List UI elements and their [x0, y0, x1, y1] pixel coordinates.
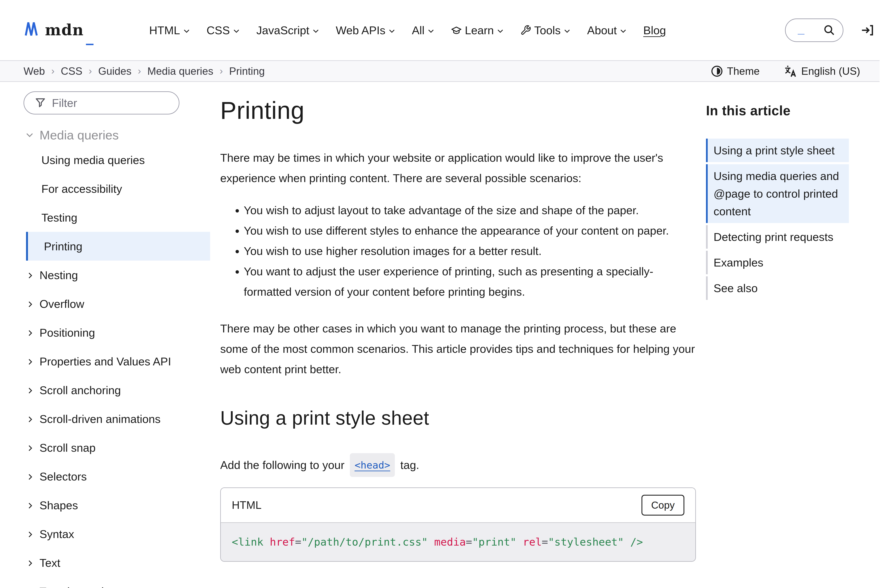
nav-item-label: CSS [206, 24, 230, 37]
breadcrumb-separator: › [89, 65, 92, 76]
sidebar-item-text[interactable]: Text [24, 548, 210, 577]
sidebar-item-shapes[interactable]: Shapes [24, 491, 210, 519]
nav-item-tools[interactable]: Tools [520, 24, 571, 37]
sidebar-item-scroll-driven-animations[interactable]: Scroll-driven animations [24, 405, 210, 433]
nav-item-about[interactable]: About [587, 24, 627, 37]
toc-item-examples[interactable]: Examples [706, 251, 849, 274]
nav-item-label: Web APIs [336, 24, 385, 37]
sidebar-item-nesting[interactable]: Nesting [24, 261, 210, 290]
search-box[interactable]: _ [785, 18, 843, 42]
mdn-logo[interactable]: mdn _ [24, 21, 93, 39]
sidebar-top-list: Nesting Overflow Positioning Properties … [24, 261, 210, 588]
head-tag-link[interactable]: <head> [350, 453, 395, 477]
language-label: English (US) [801, 65, 860, 77]
nav-item-label: Blog [643, 24, 666, 37]
sidebar-item-label: For accessibility [41, 182, 122, 195]
sidebar-item-syntax[interactable]: Syntax [24, 519, 210, 548]
breadcrumb-item-media-queries[interactable]: Media queries [147, 65, 213, 77]
list-item: You wish to use higher resolution images… [244, 241, 696, 261]
sidebar-item-label: Text decoration [39, 585, 116, 588]
list-item: You want to adjust the user experience o… [244, 261, 696, 302]
sidebar-item-using-media-queries[interactable]: Using media queries [24, 146, 210, 174]
toc: In this article Using a print style shee… [706, 82, 868, 300]
sidebar-item-for-accessibility[interactable]: For accessibility [24, 174, 210, 203]
lead-text-after: tag. [400, 455, 419, 475]
nav-item-html[interactable]: HTML [149, 24, 190, 37]
toc-title: In this article [706, 103, 868, 118]
sidebar-item-label: Overflow [39, 297, 84, 310]
chevron-down-icon [233, 28, 240, 34]
sidebar-section-media-queries[interactable]: Media queries [24, 124, 210, 146]
filter-input[interactable] [52, 96, 170, 110]
nav-item-javascript[interactable]: JavaScript [256, 24, 319, 37]
sidebar-item-properties-and-values-api[interactable]: Properties and Values API [24, 347, 210, 376]
chevron-down-icon [564, 28, 571, 34]
chevron-right-icon [27, 300, 34, 308]
chevron-down-icon [427, 28, 434, 34]
code-token: = [295, 536, 301, 548]
sidebar-item-label: Positioning [39, 326, 95, 339]
mdn-logo-m-icon [24, 21, 43, 36]
list-item: You wish to use different styles to enha… [244, 220, 696, 241]
theme-label: Theme [727, 65, 760, 77]
header-right: _ [785, 18, 873, 42]
sidebar-item-positioning[interactable]: Positioning [24, 318, 210, 347]
breadcrumb-item-guides[interactable]: Guides [98, 65, 131, 77]
chevron-down-icon [619, 28, 627, 34]
breadcrumb-separator: › [51, 65, 54, 76]
chevron-right-icon [27, 272, 34, 279]
nav-item-blog[interactable]: Blog [643, 24, 666, 37]
chevron-down-icon [497, 28, 504, 34]
breadcrumb-separator: › [219, 65, 223, 76]
sidebar-item-overflow[interactable]: Overflow [24, 290, 210, 318]
code-token: "print" [472, 536, 516, 548]
sign-in-icon [861, 24, 873, 37]
chevron-right-icon [27, 531, 34, 538]
code-token: /> [630, 536, 643, 548]
sidebar-item-printing-active[interactable]: Printing [26, 232, 210, 261]
search-caret: _ [798, 22, 804, 36]
nav-item-web-apis[interactable]: Web APIs [336, 24, 395, 37]
code-token: rel [523, 536, 542, 548]
toc-item-using-a-print-style-sheet[interactable]: Using a print style sheet [706, 139, 849, 162]
nav-item-label: Tools [534, 24, 561, 37]
sidebar-item-selectors[interactable]: Selectors [24, 462, 210, 491]
sidebar-item-testing[interactable]: Testing [24, 203, 210, 232]
sidebar-item-scroll-anchoring[interactable]: Scroll anchoring [24, 376, 210, 405]
search-icon[interactable] [824, 24, 835, 36]
code-token: "stylesheet" [548, 536, 624, 548]
nav-item-label: All [412, 24, 424, 37]
chevron-down-icon [183, 28, 190, 34]
toc-item-using-media-queries-and-page[interactable]: Using media queries and @page to control… [706, 164, 849, 223]
sidebar-filter[interactable] [24, 92, 179, 114]
breadcrumb-item-web[interactable]: Web [24, 65, 45, 77]
nav-item-all[interactable]: All [412, 24, 434, 37]
mdn-logo-text: mdn [45, 22, 84, 38]
scenario-list: You wish to adjust layout to take advant… [220, 200, 696, 302]
nav-item-label: JavaScript [256, 24, 309, 37]
sidebar-item-text-decoration[interactable]: Text decoration [24, 577, 210, 588]
sidebar-item-label: Using media queries [41, 153, 145, 166]
breadcrumb-item-css[interactable]: CSS [61, 65, 83, 77]
nav-item-learn[interactable]: Learn [451, 24, 504, 37]
page-layout: Media queries Using media queries For ac… [0, 82, 893, 588]
breadcrumb-separator: › [138, 65, 141, 76]
sign-in-button[interactable] [861, 24, 873, 37]
theme-button[interactable]: Theme [711, 65, 760, 77]
sidebar-item-scroll-snap[interactable]: Scroll snap [24, 433, 210, 462]
breadcrumb-item-printing[interactable]: Printing [229, 65, 265, 77]
chevron-down-icon [25, 131, 34, 139]
sidebar-item-label: Properties and Values API [39, 355, 171, 368]
copy-button[interactable]: Copy [642, 495, 684, 516]
sidebar-sub-list: Using media queries For accessibility Te… [24, 146, 210, 261]
mdn-logo-underscore: _ [86, 29, 93, 44]
toc-item-detecting-print-requests[interactable]: Detecting print requests [706, 225, 849, 249]
nav-item-label: HTML [149, 24, 180, 37]
toc-item-see-also[interactable]: See also [706, 276, 849, 300]
nav-item-css[interactable]: CSS [206, 24, 240, 37]
section-heading: Using a print style sheet [220, 406, 696, 429]
language-button[interactable]: English (US) [784, 65, 860, 77]
code-token [263, 536, 270, 548]
code-token [624, 536, 630, 548]
breadcrumb-controls: Theme English (US) [711, 65, 860, 77]
